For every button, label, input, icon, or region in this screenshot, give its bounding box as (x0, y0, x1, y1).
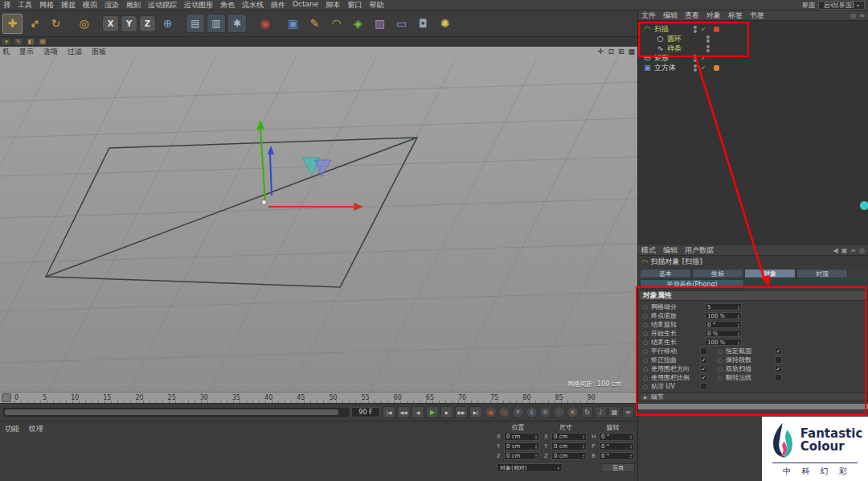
animation-dot-icon[interactable] (643, 357, 649, 364)
menu-item[interactable]: 工具 (18, 0, 32, 10)
render-settings-icon[interactable]: ✱ (227, 14, 247, 33)
zoom-view-icon[interactable]: ⊡ (608, 47, 614, 56)
playback-loop-icon[interactable]: ↻ (581, 406, 593, 418)
checkbox[interactable] (775, 374, 782, 381)
material-menu-item[interactable]: 纹理 (29, 424, 43, 434)
display-mode-icon[interactable]: ▭ (391, 14, 411, 34)
coordinate-field[interactable]: 0 cm (504, 442, 539, 450)
menu-item[interactable]: 运动图形 (184, 0, 213, 10)
object-name[interactable]: 立方体 (654, 63, 691, 73)
object-manager-menu-item[interactable]: 查看 (685, 10, 699, 21)
subdivision-surface-icon[interactable]: ◠ (326, 14, 346, 34)
timeline-scroll-handle[interactable] (5, 409, 338, 415)
coordinate-field[interactable]: 0 cm (551, 452, 587, 460)
visibility-dots[interactable] (706, 35, 710, 43)
spline-pen-icon[interactable]: ✎ (305, 14, 325, 34)
stepper-icon[interactable] (535, 434, 537, 439)
menu-item[interactable]: 窗口 (347, 0, 362, 10)
object-row[interactable]: ○ 圆环 (638, 34, 868, 43)
om-menu-icon[interactable]: ≡ (859, 12, 865, 19)
record-rotation-button[interactable]: R (539, 406, 551, 418)
lock-z-axis-icon[interactable]: Z (139, 15, 156, 32)
enable-check-icon[interactable]: ✓ (699, 55, 707, 62)
animation-dot-icon[interactable] (643, 384, 649, 390)
menu-item[interactable]: 脚本 (326, 0, 340, 10)
pan-view-icon[interactable]: ✛ (598, 47, 604, 56)
checkbox[interactable]: ✓ (775, 365, 782, 372)
visibility-dots[interactable] (694, 64, 697, 72)
light-icon[interactable]: ✺ (435, 14, 455, 34)
timeline-ruler[interactable]: 051015202530354045505560657075808590 (0, 392, 637, 403)
viewport-canvas[interactable] (0, 57, 637, 392)
om-search-icon[interactable]: ◎ (850, 12, 856, 19)
palette-icon-4[interactable]: ▤ (38, 38, 47, 46)
checkbox[interactable]: ✓ (775, 347, 782, 355)
viewport-menu-item[interactable]: 面板 (92, 47, 106, 57)
animation-dot-icon[interactable] (643, 375, 649, 381)
play-button[interactable]: ▶ (426, 406, 439, 418)
menu-item[interactable]: 角色 (220, 0, 235, 10)
coordinate-field[interactable]: 0 ° (599, 433, 634, 441)
lock-y-axis-icon[interactable]: Y (121, 15, 137, 32)
attribute-field[interactable]: 100 % (705, 339, 742, 346)
frame-all-icon[interactable]: ▦ (608, 406, 620, 418)
stepper-icon[interactable] (738, 323, 739, 327)
menu-item[interactable]: 择 (3, 0, 10, 10)
generator-icon[interactable]: ◈ (348, 14, 368, 34)
animation-dot-icon[interactable] (643, 304, 649, 310)
am-list-icon[interactable]: ≡ (850, 247, 856, 254)
cube-primitive-icon[interactable]: ▣ (283, 14, 303, 34)
animation-dot-icon[interactable] (643, 331, 649, 337)
animation-dot-icon[interactable] (643, 313, 649, 319)
object-row[interactable]: ◠ 扫描 ✓ (638, 24, 868, 34)
object-row[interactable]: ▭ 矩形 ✓ (638, 53, 868, 63)
palette-icon-1[interactable]: ▾ (2, 38, 11, 46)
stepper-icon[interactable] (583, 454, 584, 458)
menu-item[interactable]: 插件 (271, 0, 285, 10)
goto-start-button[interactable]: |◀ (383, 406, 395, 418)
attribute-tab[interactable]: 基本 (640, 269, 691, 278)
stepper-icon[interactable] (535, 444, 537, 449)
record-scale-button[interactable]: S (526, 406, 538, 418)
lock-x-axis-icon[interactable]: X (102, 15, 119, 32)
attribute-field[interactable]: 5 (705, 303, 742, 310)
animation-dot-icon[interactable] (643, 348, 649, 355)
rotate-tool-icon[interactable]: ↻ (46, 14, 66, 34)
material-tag-icon[interactable] (714, 27, 719, 32)
menu-item[interactable]: 捕捉 (61, 0, 76, 10)
attribute-manager-menu-item[interactable]: 编辑 (663, 245, 678, 256)
material-menu-item[interactable]: 功能 (5, 424, 19, 434)
record-button[interactable]: ● (485, 406, 497, 418)
menu-item[interactable]: 运动跟踪 (148, 0, 177, 10)
coordinate-field[interactable]: 0 cm (504, 452, 539, 460)
object-manager-menu-item[interactable]: 文件 (641, 10, 656, 21)
last-used-tool-icon[interactable]: ◎ (74, 14, 94, 34)
menu-item[interactable]: 模拟 (83, 0, 97, 10)
attribute-manager-menu-item[interactable]: 模式 (641, 245, 656, 256)
attribute-field[interactable]: 0 % (705, 330, 742, 337)
object-manager-menu-item[interactable]: 编辑 (663, 10, 678, 21)
stepper-icon[interactable] (630, 434, 632, 439)
palette-icon-3[interactable]: ◧ (26, 38, 35, 46)
am-back-icon[interactable]: ◀ (833, 247, 838, 254)
octane-render-icon[interactable]: ◉ (255, 14, 275, 34)
stepper-icon[interactable] (630, 444, 632, 449)
stepper-icon[interactable] (630, 454, 632, 458)
coordinate-system-icon[interactable]: ⊕ (158, 14, 178, 34)
checkbox[interactable] (700, 383, 707, 390)
coordinate-field[interactable]: 0 cm (551, 433, 587, 441)
current-frame-marker[interactable] (2, 393, 11, 402)
attribute-manager-menu-item[interactable]: 用户数据 (685, 245, 714, 256)
keyframe-selection-button[interactable]: K (567, 406, 579, 418)
coordinate-field[interactable]: 0 cm (504, 433, 539, 441)
stepper-icon[interactable] (738, 314, 739, 319)
autokey-button[interactable]: ◎ (498, 406, 510, 418)
coordinate-field[interactable]: 0 cm (551, 442, 587, 450)
rotate-view-icon[interactable]: ⊞ (618, 47, 624, 56)
apply-button[interactable]: 应用 (601, 463, 635, 472)
coordinate-mode-select[interactable]: 对象(相对) (497, 463, 563, 472)
viewport-menu-item[interactable]: 选项 (43, 47, 58, 57)
animation-dot-icon[interactable] (718, 348, 723, 355)
object-manager-list[interactable]: ◠ 扫描 ✓ ○ 圆环 ∿ 样条 (638, 21, 868, 245)
viewport[interactable]: 机显示选项过滤面板 ✛⊡⊞▦ 网格间距: 100 cm (0, 47, 637, 392)
